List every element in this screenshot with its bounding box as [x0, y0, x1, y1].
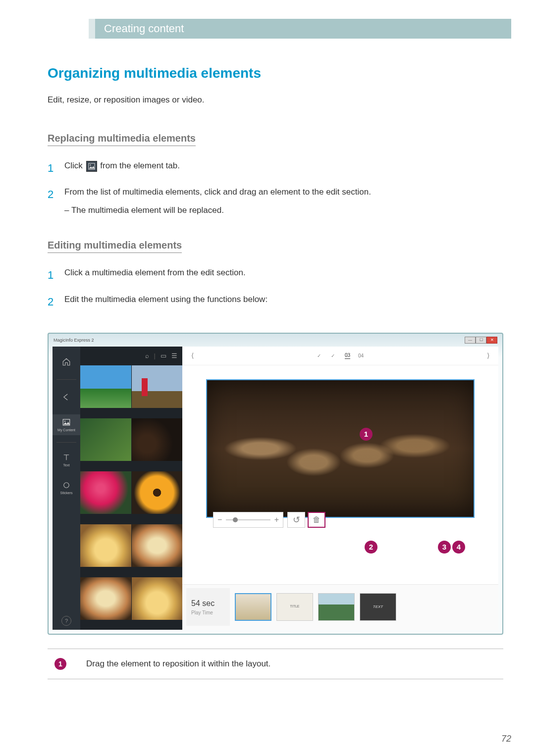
callout-badge-1: 1	[360, 428, 373, 441]
minimize-button[interactable]: —	[465, 337, 476, 344]
callout-description-table: 1 Drag the element to reposition it with…	[48, 649, 503, 679]
replacing-steps: 1 Click from the element tab. 2 From the…	[48, 159, 503, 218]
image-icon	[62, 418, 71, 427]
page-check-2[interactable]	[331, 353, 337, 358]
gallery-panel: ⌕ | ▭ ☰	[80, 347, 182, 630]
gallery-toolbar: ⌕ | ▭ ☰	[80, 347, 182, 365]
zoom-out-icon[interactable]: −	[217, 515, 222, 524]
timeline-thumb[interactable]	[360, 593, 396, 621]
page-check-1[interactable]	[317, 353, 323, 358]
step-body: Edit the multimedia element using the fu…	[64, 293, 503, 307]
step-sub: The multimedia element will be replaced.	[64, 203, 503, 218]
close-button[interactable]: ✕	[486, 337, 497, 344]
breadcrumb: Creating content	[104, 22, 184, 35]
gallery-thumb[interactable]	[132, 418, 183, 461]
sidebar-text[interactable]: Text	[53, 450, 80, 470]
playtime-value: 54 sec	[191, 599, 225, 608]
gallery-thumb[interactable]	[132, 524, 183, 567]
svg-point-4	[64, 483, 69, 488]
back-arrow-icon	[62, 393, 71, 402]
sidebar-home[interactable]	[53, 352, 80, 372]
page-title: Organizing multimedia elements	[48, 65, 503, 81]
step-body: Click a multimedia element from the edit…	[64, 266, 503, 280]
svg-point-1	[90, 164, 91, 165]
sidebar-label: Text	[63, 463, 70, 467]
step-body: Click from the element tab.	[64, 159, 503, 173]
selected-media-element[interactable]	[206, 379, 475, 518]
gallery-grid	[80, 365, 182, 630]
row-badge: 1	[54, 658, 66, 670]
callout-badge-3: 3	[438, 541, 451, 554]
svg-point-3	[64, 421, 65, 422]
zoom-control[interactable]: − +	[213, 512, 283, 528]
page-4[interactable]: 04	[358, 353, 364, 358]
gallery-thumb[interactable]	[80, 471, 131, 514]
gallery-thumb[interactable]	[80, 577, 131, 620]
step-number: 2	[48, 293, 64, 311]
step-1: 1 Click a multimedia element from the ed…	[48, 266, 503, 284]
gallery-thumb[interactable]	[80, 365, 131, 408]
timeline-thumb[interactable]	[235, 593, 271, 621]
zoom-in-icon[interactable]: +	[274, 515, 279, 524]
gallery-thumb[interactable]	[80, 524, 131, 567]
sidebar-back[interactable]	[53, 387, 80, 407]
sidebar: My Content Text Stickers ?	[53, 347, 80, 630]
edit-canvas: 1 2 3 4 − + ↺ 🗑	[182, 365, 498, 584]
callout-badge-2: 2	[365, 541, 377, 554]
app-screenshot: MagicInfo Express 2 — ☐ ✕ My Content	[48, 333, 503, 635]
header-accent	[89, 19, 95, 39]
app-title: MagicInfo Express 2	[54, 338, 94, 343]
delete-button[interactable]: 🗑	[308, 512, 325, 528]
gallery-thumb[interactable]	[80, 418, 131, 461]
text-icon	[62, 453, 71, 462]
editing-steps: 1 Click a multimedia element from the ed…	[48, 266, 503, 311]
sidebar-mycontent[interactable]: My Content	[53, 414, 80, 435]
timeline-thumb[interactable]	[276, 593, 313, 621]
window-titlebar: MagicInfo Express 2 — ☐ ✕	[54, 336, 497, 345]
maximize-button[interactable]: ☐	[476, 337, 486, 344]
next-page-button[interactable]: ⟩	[487, 352, 489, 359]
page-indicator: 03 04	[317, 353, 364, 359]
divider	[56, 442, 76, 443]
gallery-thumb[interactable]	[132, 365, 183, 408]
intro-text: Edit, resize, or reposition images or vi…	[48, 95, 503, 105]
timeline: 54 sec Play Time	[182, 584, 498, 630]
table-row: 1 Drag the element to reposition it with…	[48, 649, 503, 679]
sidebar-stickers[interactable]: Stickers	[53, 477, 80, 498]
step-2: 2 From the list of multimedia elements, …	[48, 185, 503, 218]
app-body: My Content Text Stickers ? ⌕ | ▭	[53, 347, 498, 630]
zoom-slider[interactable]	[226, 519, 270, 520]
step-2: 2 Edit the multimedia element using the …	[48, 293, 503, 311]
playtime-label: Play Time	[191, 610, 225, 615]
rotate-button[interactable]: ↺	[287, 512, 305, 528]
stickers-icon	[62, 481, 71, 490]
page-content: Organizing multimedia elements Edit, res…	[48, 65, 503, 679]
prev-page-button[interactable]: ⟨	[191, 352, 194, 359]
callout-badge-4: 4	[452, 541, 465, 554]
home-icon	[62, 357, 71, 366]
step-number: 2	[48, 185, 64, 203]
edit-area: ⟨ 03 04 ⟩ 1 2 3 4 −	[182, 347, 498, 630]
page-current[interactable]: 03	[345, 353, 350, 359]
gallery-thumb[interactable]	[132, 471, 183, 514]
search-icon[interactable]: ⌕	[145, 352, 149, 359]
edit-toolbar: ⟨ 03 04 ⟩	[182, 347, 498, 365]
rotate-icon: ↺	[293, 514, 300, 525]
section-replacing-heading: Replacing multimedia elements	[48, 133, 196, 146]
playtime-box[interactable]: 54 sec Play Time	[186, 588, 230, 626]
gallery-thumb[interactable]	[132, 577, 183, 620]
window-buttons: — ☐ ✕	[465, 337, 497, 344]
page-number: 72	[501, 734, 511, 744]
sidebar-label: My Content	[57, 428, 75, 432]
list-view-icon[interactable]: ☰	[171, 352, 177, 359]
image-element-icon	[86, 161, 97, 172]
step-body: From the list of multimedia elements, cl…	[64, 185, 503, 218]
step-1: 1 Click from the element tab.	[48, 159, 503, 177]
timeline-thumb[interactable]	[318, 593, 355, 621]
breadcrumb-bar: Creating content	[95, 19, 511, 39]
help-button[interactable]: ?	[61, 616, 71, 626]
row-text: Drag the element to reposition it within…	[86, 659, 270, 669]
folder-icon[interactable]: ▭	[160, 352, 166, 359]
trash-icon: 🗑	[313, 515, 321, 524]
sidebar-label: Stickers	[60, 491, 73, 495]
